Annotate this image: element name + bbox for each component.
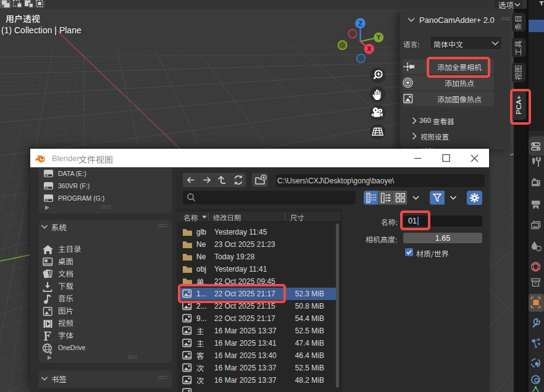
svg-text:X: X — [367, 45, 372, 52]
svg-text:Z: Z — [358, 20, 362, 27]
svg-text:Y: Y — [377, 33, 382, 41]
